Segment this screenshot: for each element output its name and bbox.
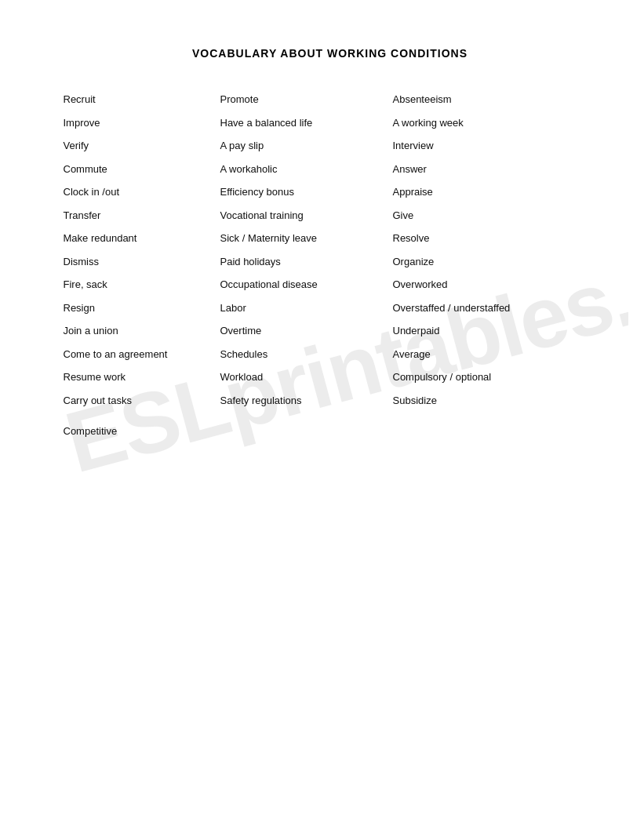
list-item: Overworked	[393, 273, 550, 296]
column-2: Promote Have a balanced life A pay slip …	[220, 88, 393, 443]
column-3: Absenteeism A working week Interview Ans…	[393, 88, 550, 443]
list-item: Overstaffed / understaffed	[393, 296, 550, 320]
list-item: Verify	[64, 134, 220, 158]
list-item: Make redundant	[64, 227, 220, 250]
list-item: Resign	[64, 296, 220, 320]
list-item: A working week	[393, 111, 550, 135]
list-item: Give	[393, 204, 550, 227]
list-item: Safety regulations	[220, 389, 393, 413]
list-item: Fire, sack	[64, 273, 220, 296]
list-item: Sick / Maternity leave	[220, 227, 393, 250]
list-item	[64, 412, 220, 420]
list-item: Dismiss	[64, 250, 220, 274]
list-item: Resolve	[393, 227, 550, 250]
list-item: Transfer	[64, 204, 220, 227]
list-item: A workaholic	[220, 158, 393, 181]
list-item: A pay slip	[220, 134, 393, 158]
list-item: Efficiency bonus	[220, 180, 393, 204]
list-item: Interview	[393, 134, 550, 158]
list-item: Have a balanced life	[220, 111, 393, 135]
list-item: Join a union	[64, 319, 220, 343]
vocabulary-grid: Recruit Improve Verify Commute Clock in …	[64, 88, 597, 443]
list-item: Subsidize	[393, 389, 550, 413]
list-item: Improve	[64, 111, 220, 135]
list-item: Overtime	[220, 319, 393, 343]
list-item: Come to an agreement	[64, 343, 220, 366]
list-item: Labor	[220, 296, 393, 320]
list-item: Commute	[64, 158, 220, 181]
list-item: Paid holidays	[220, 250, 393, 274]
list-item: Organize	[393, 250, 550, 274]
list-item: Clock in /out	[64, 180, 220, 204]
list-item: Carry out tasks	[64, 389, 220, 413]
list-item: Competitive	[64, 420, 220, 443]
column-1: Recruit Improve Verify Commute Clock in …	[64, 88, 220, 443]
list-item: Workload	[220, 366, 393, 389]
list-item: Promote	[220, 88, 393, 111]
page: VOCABULARY ABOUT WORKING CONDITIONS Recr…	[16, 0, 628, 490]
list-item: Resume work	[64, 366, 220, 389]
list-item: Occupational disease	[220, 273, 393, 296]
list-item: Absenteeism	[393, 88, 550, 111]
page-title: VOCABULARY ABOUT WORKING CONDITIONS	[64, 47, 597, 60]
list-item: Schedules	[220, 343, 393, 366]
list-item: Compulsory / optional	[393, 366, 550, 389]
list-item: Appraise	[393, 180, 550, 204]
list-item: Answer	[393, 158, 550, 181]
list-item: Vocational training	[220, 204, 393, 227]
list-item: Average	[393, 343, 550, 366]
list-item: Recruit	[64, 88, 220, 111]
list-item: Underpaid	[393, 319, 550, 343]
